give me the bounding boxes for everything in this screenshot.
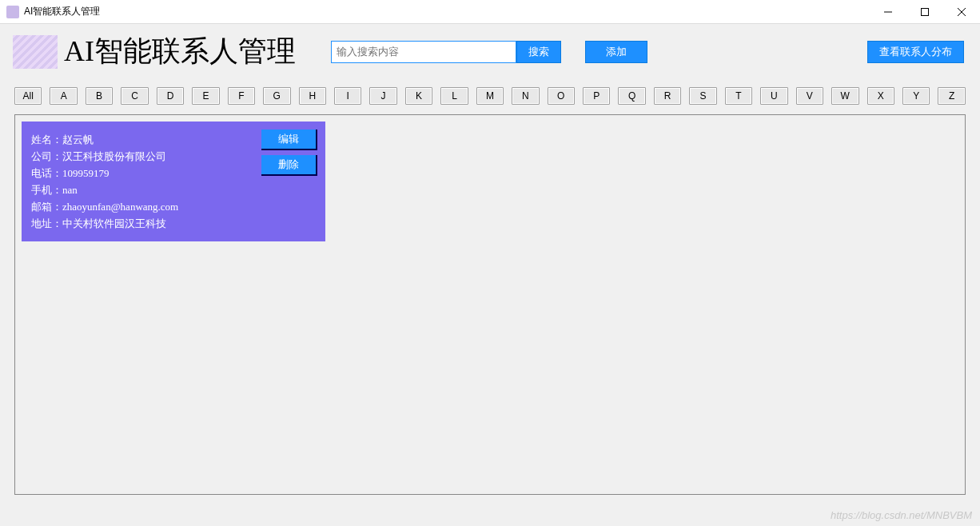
alpha-filter-j[interactable]: J <box>369 87 396 105</box>
alpha-filter-o[interactable]: O <box>548 87 575 105</box>
close-button[interactable] <box>943 0 980 24</box>
search-button[interactable]: 搜索 <box>516 41 561 63</box>
alpha-filter-row: All A B C D E F G H I J K L M N O P Q R … <box>3 87 977 114</box>
header-row: AI智能联系人管理 搜索 添加 查看联系人分布 <box>3 24 977 87</box>
contact-card: 姓名：赵云帆 公司：汉王科技股份有限公司 电话：109959179 手机：nan… <box>22 122 325 241</box>
maximize-icon <box>921 8 929 16</box>
minimize-icon <box>884 8 892 16</box>
main-title: AI智能联系人管理 <box>64 32 296 71</box>
minimize-button[interactable] <box>870 0 906 24</box>
alpha-filter-b[interactable]: B <box>86 87 113 105</box>
email-label: 邮箱： <box>31 201 62 213</box>
alpha-filter-q[interactable]: Q <box>618 87 645 105</box>
contact-address-row: 地址：中关村软件园汉王科技 <box>31 215 316 232</box>
mobile-label: 手机： <box>31 184 62 196</box>
alpha-filter-l[interactable]: L <box>440 87 468 105</box>
alpha-filter-k[interactable]: K <box>405 87 432 105</box>
alpha-filter-w[interactable]: W <box>831 87 858 105</box>
mobile-value: nan <box>62 184 78 196</box>
close-icon <box>958 8 966 16</box>
window-title: AI智能联系人管理 <box>24 5 100 18</box>
alpha-filter-n[interactable]: N <box>512 87 539 105</box>
email-value: zhaoyunfan@hanwang.com <box>62 201 178 213</box>
alpha-filter-all[interactable]: All <box>14 87 42 105</box>
alpha-filter-z[interactable]: Z <box>938 87 965 105</box>
content-area: 姓名：赵云帆 公司：汉王科技股份有限公司 电话：109959179 手机：nan… <box>14 114 966 495</box>
alpha-filter-d[interactable]: D <box>157 87 184 105</box>
svg-rect-1 <box>922 8 929 15</box>
alpha-filter-c[interactable]: C <box>121 87 148 105</box>
alpha-filter-a[interactable]: A <box>50 87 77 105</box>
alpha-filter-r[interactable]: R <box>654 87 681 105</box>
logo-image <box>13 35 58 69</box>
search-input[interactable] <box>331 41 516 63</box>
app-icon <box>6 6 19 18</box>
alpha-filter-y[interactable]: Y <box>902 87 930 105</box>
card-actions: 编辑 删除 <box>261 130 317 176</box>
phone-value: 109959179 <box>62 167 110 179</box>
alpha-filter-f[interactable]: F <box>228 87 255 105</box>
window-controls <box>870 0 980 24</box>
titlebar-left: AI智能联系人管理 <box>6 5 100 18</box>
maximize-button[interactable] <box>906 0 943 24</box>
phone-label: 电话： <box>31 167 62 179</box>
alpha-filter-v[interactable]: V <box>796 87 823 105</box>
search-group: 搜索 <box>331 41 561 63</box>
company-value: 汉王科技股份有限公司 <box>62 150 166 162</box>
alpha-filter-g[interactable]: G <box>263 87 290 105</box>
company-label: 公司： <box>31 150 62 162</box>
delete-button[interactable]: 删除 <box>261 155 317 176</box>
alpha-filter-e[interactable]: E <box>192 87 219 105</box>
name-label: 姓名： <box>31 133 62 145</box>
contact-email-row: 邮箱：zhaoyunfan@hanwang.com <box>31 198 316 215</box>
address-label: 地址： <box>31 217 62 229</box>
alpha-filter-h[interactable]: H <box>299 87 326 105</box>
titlebar: AI智能联系人管理 <box>0 0 980 24</box>
contact-mobile-row: 手机：nan <box>31 181 316 198</box>
alpha-filter-u[interactable]: U <box>760 87 787 105</box>
watermark: https://blog.csdn.net/MNBVBM <box>831 509 972 521</box>
alpha-filter-t[interactable]: T <box>725 87 752 105</box>
alpha-filter-x[interactable]: X <box>867 87 894 105</box>
add-button[interactable]: 添加 <box>585 41 647 63</box>
alpha-filter-i[interactable]: I <box>334 87 361 105</box>
address-value: 中关村软件园汉王科技 <box>62 217 166 229</box>
view-distribution-button[interactable]: 查看联系人分布 <box>867 41 964 63</box>
alpha-filter-s[interactable]: S <box>689 87 716 105</box>
alpha-filter-m[interactable]: M <box>476 87 504 105</box>
app-body: AI智能联系人管理 搜索 添加 查看联系人分布 All A B C D E F … <box>0 24 980 495</box>
alpha-filter-p[interactable]: P <box>583 87 610 105</box>
edit-button[interactable]: 编辑 <box>261 130 317 150</box>
name-value: 赵云帆 <box>62 133 94 145</box>
